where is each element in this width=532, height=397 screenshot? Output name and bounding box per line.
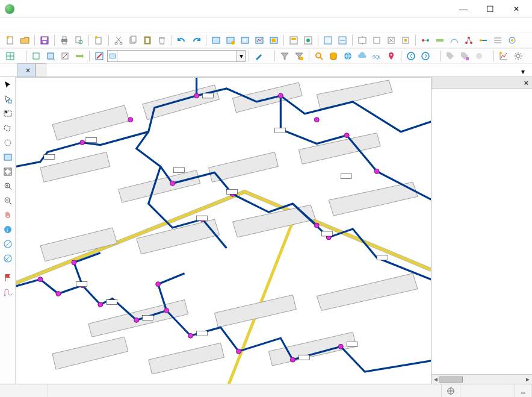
db-b-icon[interactable]	[336, 34, 349, 47]
measure-line-icon[interactable]	[1, 237, 14, 251]
svg-marker-87	[329, 182, 418, 216]
redo-icon[interactable]	[190, 34, 203, 47]
select-circle-icon[interactable]	[1, 136, 14, 149]
find-icon[interactable]	[312, 49, 326, 63]
menu-raster[interactable]	[65, 24, 75, 27]
mode-e-icon[interactable]	[73, 49, 86, 63]
map-canvas[interactable]	[16, 77, 431, 384]
net-c-icon[interactable]	[448, 34, 461, 47]
tag-a-icon[interactable]	[444, 49, 457, 63]
export-b-icon[interactable]	[370, 34, 383, 47]
filter-b-icon[interactable]	[292, 49, 306, 63]
menu-help[interactable]	[125, 24, 135, 27]
new-icon[interactable]	[4, 34, 17, 47]
tool-c-icon[interactable]	[238, 34, 252, 47]
tool-d-icon[interactable]	[253, 34, 266, 47]
tool-b-icon[interactable]	[224, 34, 237, 47]
blur-icon[interactable]	[472, 49, 486, 63]
net-a-icon[interactable]	[419, 34, 432, 47]
export-a-icon[interactable]	[356, 34, 369, 47]
svg-point-63	[516, 54, 520, 58]
menu-file[interactable]	[5, 24, 14, 27]
tool-e-icon[interactable]	[267, 34, 280, 47]
mode-d-icon[interactable]	[58, 49, 72, 63]
form-b-icon[interactable]	[302, 34, 315, 47]
paste-icon[interactable]	[141, 34, 154, 47]
gear-icon[interactable]	[512, 49, 525, 63]
doctab-primer[interactable]	[36, 63, 46, 77]
cut-icon[interactable]	[112, 34, 125, 47]
mode-b-icon[interactable]	[29, 49, 43, 63]
pointer-tool-icon[interactable]	[1, 78, 14, 92]
net-b-icon[interactable]	[433, 34, 447, 47]
doctab-karta-nnn[interactable]: ×	[17, 63, 36, 77]
form-a-icon[interactable]	[287, 34, 300, 47]
panel-close-icon[interactable]: ×	[524, 78, 528, 87]
zoom-in-icon[interactable]	[1, 180, 14, 193]
workspace-tree[interactable]	[431, 89, 532, 374]
net-g-icon[interactable]	[506, 34, 519, 47]
mode-a-icon[interactable]	[4, 49, 17, 63]
tab-close-icon[interactable]: ×	[26, 66, 30, 75]
svg-rect-46	[33, 53, 39, 59]
nav-fwd-icon[interactable]	[419, 49, 432, 63]
dropdown-chevron-icon[interactable]: ▾	[237, 50, 246, 62]
copy-icon[interactable]	[126, 34, 140, 47]
edit-toggle-icon[interactable]	[93, 49, 106, 63]
nav-back-icon[interactable]	[404, 49, 418, 63]
panel-hscrollbar[interactable]: ◄ ►	[431, 374, 532, 384]
close-button[interactable]: ✕	[503, 1, 530, 17]
status-scale[interactable]	[460, 384, 515, 397]
chart-icon[interactable]	[497, 49, 510, 63]
menu-table[interactable]	[77, 24, 87, 27]
undo-icon[interactable]	[175, 34, 188, 47]
globe-icon[interactable]	[341, 49, 354, 63]
menu-view[interactable]	[53, 24, 63, 27]
db-icon[interactable]	[327, 49, 340, 63]
net-d-icon[interactable]	[462, 34, 475, 47]
extent-icon[interactable]	[1, 151, 14, 164]
menu-tasks[interactable]	[89, 24, 99, 27]
tabs-overflow-icon[interactable]: ▾	[516, 65, 530, 78]
active-layer-input[interactable]	[117, 50, 237, 62]
select-poly-icon[interactable]	[1, 122, 14, 135]
status-crs-icon[interactable]	[442, 384, 460, 397]
info-icon[interactable]: i	[1, 223, 14, 236]
menu-edit[interactable]	[17, 24, 26, 27]
mode-c-icon[interactable]	[44, 49, 57, 63]
net-f-icon[interactable]	[491, 34, 504, 47]
route-icon[interactable]	[1, 286, 14, 299]
active-layer-dropdown[interactable]: ▾	[107, 50, 246, 62]
db-a-icon[interactable]	[321, 34, 335, 47]
net-e-icon[interactable]	[477, 34, 490, 47]
pan-icon[interactable]	[1, 208, 14, 222]
save-icon[interactable]	[38, 34, 51, 47]
export-c-icon[interactable]	[385, 34, 398, 47]
flag-icon[interactable]	[1, 271, 14, 284]
cloud-icon[interactable]	[356, 49, 369, 63]
export-d-icon[interactable]	[399, 34, 412, 47]
menu-layer[interactable]	[29, 24, 39, 27]
maximize-button[interactable]: ☐	[477, 1, 503, 17]
print-preview-icon[interactable]	[72, 34, 85, 47]
select-rect-icon[interactable]	[1, 107, 14, 120]
menu-service[interactable]	[101, 24, 111, 27]
tag-b-icon[interactable]	[458, 49, 471, 63]
sql-icon[interactable]: SQL	[370, 49, 383, 63]
zoom-out-icon[interactable]	[1, 194, 14, 207]
menu-window[interactable]	[113, 24, 123, 27]
menu-map[interactable]	[41, 24, 51, 27]
select-point-icon[interactable]	[1, 93, 14, 106]
pen-icon[interactable]	[252, 49, 265, 63]
pin-icon[interactable]	[385, 49, 398, 63]
fit-icon[interactable]	[1, 165, 14, 178]
status-scale-lock-icon[interactable]	[515, 384, 532, 397]
open-icon[interactable]	[18, 34, 31, 47]
print-icon[interactable]	[58, 34, 71, 47]
measure-area-icon[interactable]	[1, 252, 14, 265]
delete-icon[interactable]	[155, 34, 169, 47]
minimize-button[interactable]: —	[450, 1, 477, 17]
new-layer-icon[interactable]	[92, 34, 105, 47]
tool-a-icon[interactable]	[209, 34, 223, 47]
filter-a-icon[interactable]	[278, 49, 291, 63]
